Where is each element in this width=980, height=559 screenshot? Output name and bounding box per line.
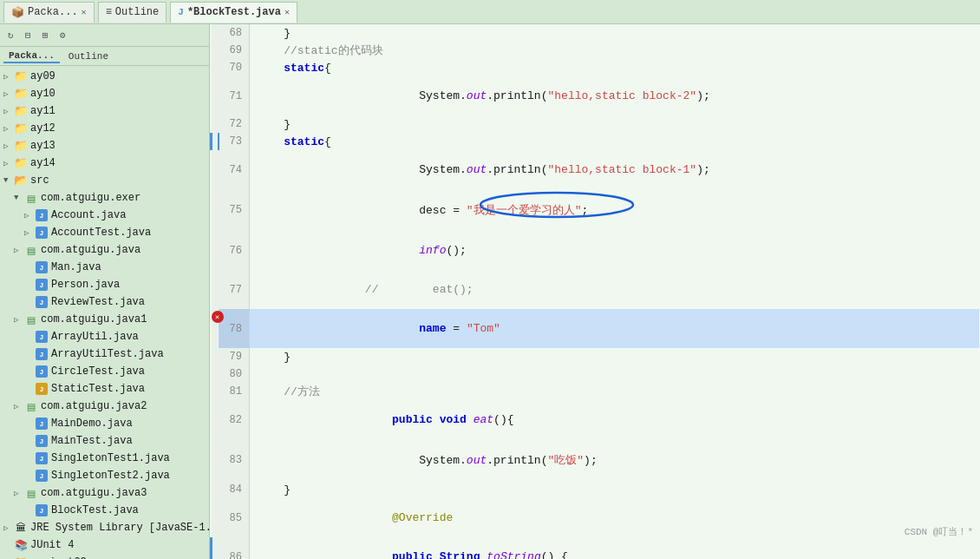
sidebar-tree[interactable]: ▷ 📁 ay09 ▷ 📁 ay10 ▷ 📁 ay11 ▷ 📁 a (0, 66, 209, 559)
tree-item-ay10[interactable]: ▷ 📁 ay10 (0, 85, 209, 102)
tree-item-maindemo[interactable]: ▷ J MainDemo.java (0, 415, 209, 432)
line-marker (212, 76, 219, 115)
tree-label: ArrayUtil.java (51, 331, 139, 343)
line-marker (212, 189, 219, 231)
tab-close-package[interactable]: ✕ (82, 7, 87, 17)
folder-icon: 📁 (14, 139, 28, 153)
code-line[interactable]: System.out.println("hello,static block-2… (250, 76, 979, 115)
code-line[interactable]: public void eat(){ (250, 400, 979, 439)
code-line[interactable]: // eat(); (250, 270, 979, 309)
tree-label: com.atguigu.exer (41, 192, 140, 204)
table-row: 68 } (212, 24, 979, 42)
tree-item-exer[interactable]: ▼ ▤ com.atguigu.exer (0, 189, 209, 207)
line-marker (212, 365, 219, 383)
code-line[interactable]: } (250, 115, 979, 133)
tree-item-src[interactable]: ▼ 📂 src (0, 172, 209, 189)
tree-item-ay13[interactable]: ▷ 📁 ay13 (0, 137, 209, 155)
code-line[interactable]: public String toString() { (250, 537, 979, 559)
sync-icon[interactable]: ↻ (3, 29, 17, 43)
tree-item-man[interactable]: ▷ J Man.java (0, 259, 209, 276)
line-number: 71 (219, 76, 250, 115)
tab-close-blocktest[interactable]: ✕ (284, 7, 290, 17)
tree-item-ay14[interactable]: ▷ 📁 ay14 (0, 155, 209, 172)
tab-outline[interactable]: ≡ Outline (98, 2, 167, 23)
tree-item-accounttest[interactable]: ▷ J AccountTest.java (0, 224, 209, 241)
line-marker (212, 498, 219, 537)
tab-blocktest-label: *BlockTest.java (187, 6, 281, 18)
tab-blocktest[interactable]: J *BlockTest.java ✕ (170, 2, 297, 23)
folder-open-icon: 📂 (14, 174, 28, 187)
tree-item-ay09[interactable]: ▷ 📁 ay09 (0, 68, 209, 85)
tree-item-project02[interactable]: ▷ 📁 project02 (0, 554, 209, 559)
code-content[interactable]: 68 } 69 //static的代码块 70 (210, 24, 980, 559)
tree-item-maintest[interactable]: ▷ J MainTest.java (0, 432, 209, 450)
java-file-icon: J (35, 295, 49, 309)
table-row: 80 (212, 365, 979, 383)
java-file-icon: J (35, 365, 49, 378)
code-line[interactable]: } (250, 481, 979, 498)
tree-item-ay12[interactable]: ▷ 📁 ay12 (0, 120, 209, 137)
java-file-icon: J (35, 503, 49, 517)
tree-item-singletontest2[interactable]: ▷ J SingletonTest2.java (0, 467, 209, 484)
code-line[interactable]: //static的代码块 (250, 42, 979, 59)
tree-item-ay11[interactable]: ▷ 📁 ay11 (0, 102, 209, 120)
tree-item-arrayutil[interactable]: ▷ J ArrayUtil.java (0, 328, 209, 345)
tree-label: SingletonTest1.java (51, 452, 170, 464)
table-row: 82 public void eat(){ (212, 400, 979, 439)
sidebar-tab-package[interactable]: Packa... (3, 49, 60, 63)
arrow-icon: ▷ (3, 89, 14, 99)
code-line[interactable]: name = "Tom" (250, 309, 979, 348)
line-number: 74 (219, 150, 250, 189)
folder-icon: 📁 (14, 122, 28, 135)
tree-item-java3[interactable]: ▷ ▤ com.atguigu.java3 (0, 484, 209, 502)
tree-item-statictest[interactable]: ▷ J StaticTest.java (0, 380, 209, 398)
tree-item-person[interactable]: ▷ J Person.java (0, 276, 209, 293)
tree-label: Man.java (51, 261, 101, 273)
sidebar-tab-outline[interactable]: Outline (63, 50, 114, 62)
tree-item-java1[interactable]: ▷ ▤ com.atguigu.java1 (0, 311, 209, 328)
ide-container: 📦 Packa... ✕ ≡ Outline J *BlockTest.java… (0, 0, 980, 559)
lib-icon: 🏛 (14, 521, 28, 535)
code-line[interactable]: desc = "我是一个爱学习的人"; (250, 189, 979, 231)
table-row: 69 //static的代码块 (212, 42, 979, 59)
code-line[interactable]: info(); (250, 231, 979, 270)
code-line[interactable]: static{ (250, 59, 979, 76)
table-row: 77 // eat(); (212, 270, 979, 309)
code-line[interactable]: } (250, 24, 979, 42)
expand-icon[interactable]: ⊞ (38, 29, 52, 43)
tree-item-arrayutiltest[interactable]: ▷ J ArrayUtilTest.java (0, 345, 209, 363)
line-number: 82 (219, 400, 250, 439)
tree-item-jre[interactable]: ▷ 🏛 JRE System Library [JavaSE-1.8] (0, 519, 209, 536)
tree-item-circletest[interactable]: ▷ J CircleTest.java (0, 363, 209, 380)
code-line[interactable]: //方法 (250, 383, 979, 400)
collapse-icon[interactable]: ⊟ (21, 29, 35, 43)
java-file-icon: J (35, 278, 49, 292)
tree-label: com.atguigu.java3 (41, 487, 147, 499)
tree-item-junit4[interactable]: ▷ 📚 JUnit 4 (0, 536, 209, 554)
tree-item-java[interactable]: ▷ ▤ com.atguigu.java (0, 241, 209, 259)
tab-package-explorer[interactable]: 📦 Packa... ✕ (3, 2, 95, 23)
line-marker (212, 439, 219, 481)
table-row: 86 public String toString() { (212, 537, 979, 559)
line-marker (212, 231, 219, 270)
code-editor[interactable]: 68 } 69 //static的代码块 70 (210, 24, 980, 559)
code-line[interactable]: static{ (250, 133, 979, 150)
tree-item-blocktest[interactable]: ▷ J BlockTest.java (0, 502, 209, 519)
table-row: 76 info(); (212, 231, 979, 270)
tree-item-account[interactable]: ▷ J Account.java (0, 207, 209, 224)
line-number: 73 (219, 133, 250, 150)
code-line[interactable]: System.out.println("hello,static block-1… (250, 150, 979, 189)
java-file-icon: J (178, 7, 184, 17)
code-line[interactable]: System.out.println("吃饭"); (250, 439, 979, 481)
code-line[interactable]: @Override (250, 498, 979, 537)
settings-icon[interactable]: ⚙ (56, 29, 69, 43)
tree-item-java2[interactable]: ▷ ▤ com.atguigu.java2 (0, 398, 209, 415)
code-line[interactable]: } (250, 348, 979, 365)
tree-item-reviewtest[interactable]: ▷ J ReviewTest.java (0, 293, 209, 311)
table-row: 73 static{ (212, 133, 979, 150)
arrow-icon: ▷ (14, 402, 24, 411)
tree-item-singletontest1[interactable]: ▷ J SingletonTest1.java (0, 450, 209, 467)
code-line[interactable] (250, 365, 979, 383)
tree-label: ReviewTest.java (51, 296, 145, 308)
sidebar-toolbar: ↻ ⊟ ⊞ ⚙ (0, 24, 209, 47)
